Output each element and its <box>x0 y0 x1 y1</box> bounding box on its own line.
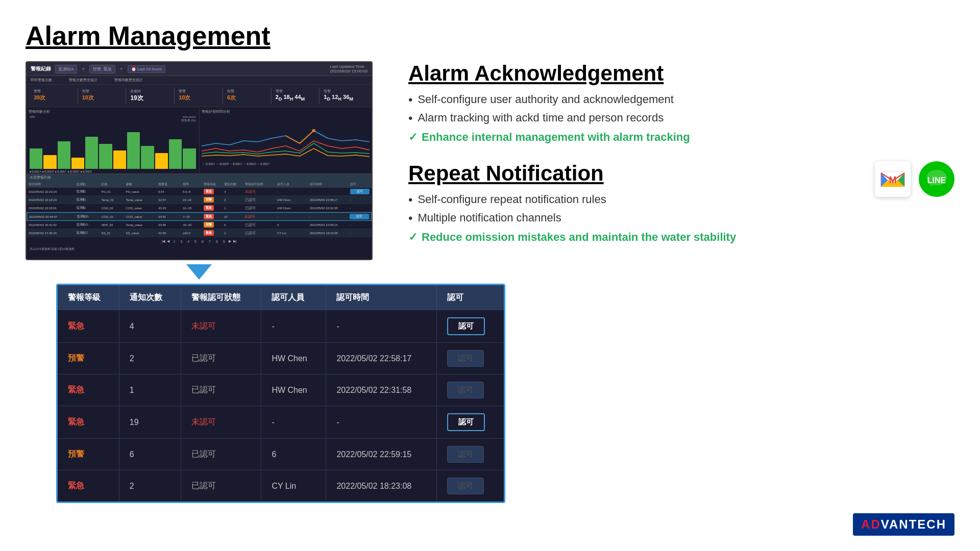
col-level: 警報等級 <box>58 285 119 310</box>
table-row: 2022/05/02 17:36:15 監測點C SS_01 SS_value … <box>27 229 372 237</box>
time-label: Last 24 hours <box>137 67 162 71</box>
checkmark-icon: ✓ <box>408 131 418 144</box>
repeat-notif-highlight: ✓ Reduce omission mistakes and maintain … <box>408 231 954 244</box>
cell-status: 已認可 <box>181 343 261 374</box>
bar-9 <box>141 146 154 169</box>
cell-person: - <box>261 406 326 439</box>
bar-6 <box>99 144 112 169</box>
cell-status: 未認可 <box>181 310 261 343</box>
filter-icon: ▼ <box>81 67 85 71</box>
cell-status: 已認可 <box>181 470 261 502</box>
right-panel: Alarm Acknowledgement Self-configure use… <box>393 61 954 536</box>
left-panel: 警報紀錄 監測站A ▼ 預警, 緊急 ▼ ⏰ Last 24 hours Las… <box>26 61 373 536</box>
bar-3 <box>58 141 70 169</box>
bar-8 <box>127 132 140 169</box>
bullet-item: Self-configure repeat notification rules <box>408 193 954 207</box>
advantech-logo: ADVANTECH <box>853 513 954 536</box>
arrow-down <box>26 260 373 284</box>
alarm-filter-icon: ▼ <box>119 67 124 71</box>
cell-person: HW Chen <box>261 374 326 406</box>
alarm-ack-highlight: ✓ Enhance internal management with alarm… <box>408 131 954 144</box>
down-arrow-shape <box>186 264 212 280</box>
ack-button[interactable]: 認可 <box>350 189 370 194</box>
stat-emergency: 警警 39次 <box>31 88 78 104</box>
col-status: 警報認可狀態 <box>181 285 261 310</box>
cell-level: 緊急 <box>58 470 119 502</box>
line-chart-area: 警報好發時間分析 <box>200 107 372 173</box>
cell-person: CY Lin <box>261 470 326 502</box>
stat-hist-emergency: 警警 10次 <box>176 88 223 104</box>
cell-person: - <box>261 310 326 343</box>
cell-notif: 19 <box>119 406 181 439</box>
bar-1 <box>30 148 42 169</box>
cell-level: 緊急 <box>58 310 119 343</box>
alarm-ack-title: Alarm Acknowledgement <box>408 61 954 86</box>
svg-text:M: M <box>889 175 897 185</box>
alarm-ack-bullets: Self-configure user authority and acknow… <box>408 93 954 126</box>
checkmark-icon-2: ✓ <box>408 231 418 244</box>
page-container: Alarm Management 警報紀錄 監測站A ▼ 預警, 緊急 ▼ ⏰ … <box>0 0 980 551</box>
stats-row: 警警 39次 預警 10次 未逾時 19次 警警 10次 <box>27 85 372 107</box>
dashboard-screenshot: 警報紀錄 監測站A ▼ 預警, 緊急 ▼ ⏰ Last 24 hours Las… <box>26 61 373 260</box>
logo-accent: AD <box>861 517 881 531</box>
cell-person: HW Chen <box>261 343 326 374</box>
bar-11 <box>169 139 182 169</box>
cell-notif: 2 <box>119 343 181 374</box>
cell-status: 未認可 <box>181 406 261 439</box>
stat-hist-warning: 預警 6次 <box>224 88 272 104</box>
logo-text: ADVANTECH <box>861 517 946 531</box>
highlight-text-2: Reduce omission mistakes and maintain th… <box>422 231 736 244</box>
cell-person: 6 <box>261 439 326 470</box>
alarm-filter[interactable]: 預警, 緊急 <box>89 65 115 73</box>
highlight-text: Enhance internal management with alarm t… <box>422 131 690 144</box>
stat-warning: 預警 10次 <box>79 88 127 104</box>
repeat-notif-section: Repeat Notification <box>408 161 954 251</box>
time-filter[interactable]: ⏰ Last 24 hours <box>128 65 166 73</box>
repeat-notif-bullets: Self-configure repeat notification rules… <box>408 193 954 226</box>
cell-status: 已認可 <box>181 374 261 406</box>
chart-legend: ■ 監測點A ■ 監測點B ■ 監測點C ■ 監測點D ■ 監測點E <box>29 169 197 174</box>
cell-notif: 2 <box>119 470 181 502</box>
line-svg: LINE <box>921 164 952 194</box>
cell-level: 預警 <box>58 343 119 374</box>
logo-suffix: VANTECH <box>881 517 946 531</box>
logo-container: ADVANTECH <box>853 513 954 536</box>
table-row: 2022/05/02 22:18:23 監測點 Temp_01 Temp_val… <box>27 196 372 204</box>
level-badge: 緊急 <box>204 189 214 194</box>
line-chart <box>202 115 370 161</box>
stats-labels: 即時警報次數 警報次數歷史統計 警報時數歷史統計 <box>27 76 372 85</box>
ack-button[interactable]: 認可 <box>350 214 369 219</box>
level-badge: 緊急 <box>204 214 214 219</box>
cell-notif: 4 <box>119 310 181 343</box>
line-chart-legend: — 監測點A — 監測點B — 監測點C — 監測點D — 監測點F <box>202 161 370 166</box>
stat-dur1: 警警 2D 18H 44M <box>273 88 320 104</box>
bar-5 <box>85 137 98 169</box>
level-badge: 緊急 <box>204 205 214 211</box>
cell-level: 緊急 <box>58 374 119 406</box>
alarm-ack-section: Alarm Acknowledgement Self-configure use… <box>408 61 954 151</box>
bar-chart-area: 警報時數分析 100 mm (mm) 管告率 (%) <box>27 107 200 173</box>
line-chart-svg <box>202 115 370 161</box>
main-content: 警報紀錄 監測站A ▼ 預警, 緊急 ▼ ⏰ Last 24 hours Las… <box>26 61 954 536</box>
col-person: 認可人員 <box>261 285 326 310</box>
level-badge: 預警 <box>204 197 214 203</box>
col-notif: 通知次數 <box>119 285 181 310</box>
cell-status: 已認可 <box>181 439 261 470</box>
level-badge: 預警 <box>204 222 214 228</box>
cell-notif: 1 <box>119 374 181 406</box>
pagination: |◀ ◀ 2 3 4 5 6 7 8 9 ▶ ▶| <box>27 237 372 246</box>
bar-10 <box>155 153 168 169</box>
notification-icons: M LINE <box>875 161 954 197</box>
cell-level: 預警 <box>58 439 119 470</box>
svg-point-0 <box>312 129 315 132</box>
table-row: 2022/05/02 22:18:01 監測點 COD_02 COD_value… <box>27 204 372 212</box>
bar-chart <box>29 123 197 169</box>
line-icon: LINE <box>919 161 954 197</box>
clock-icon: ⏰ <box>131 67 136 71</box>
charts-row: 警報時數分析 100 mm (mm) 管告率 (%) <box>27 107 372 173</box>
alarm-table-header: 發生時間 監測點 設備 參數 實際值 標準 警報等級 通知次數 警報認可狀態 認… <box>27 181 372 188</box>
cell-level: 緊急 <box>58 406 119 439</box>
bullet-item: Alarm tracking with ackd time and person… <box>408 111 954 126</box>
station-filter[interactable]: 監測站A <box>55 65 77 73</box>
gmail-icon: M <box>875 161 911 197</box>
